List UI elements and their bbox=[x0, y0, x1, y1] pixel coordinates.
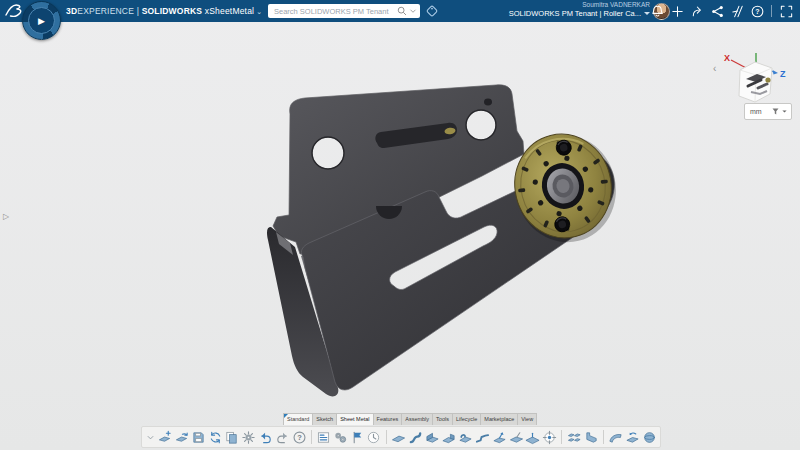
hem-button[interactable] bbox=[458, 428, 474, 446]
actionbar-toolbar: ? bbox=[141, 426, 661, 448]
closed-corner-button[interactable] bbox=[583, 428, 599, 446]
share-icon[interactable] bbox=[689, 3, 705, 19]
tag-button[interactable] bbox=[424, 3, 440, 19]
tab-assembly[interactable]: Assembly bbox=[401, 413, 433, 425]
jog-button[interactable] bbox=[475, 428, 491, 446]
help-icon: ? bbox=[292, 430, 307, 445]
search-input[interactable] bbox=[270, 7, 396, 16]
sync-icon bbox=[208, 430, 223, 445]
help-button[interactable]: ? bbox=[291, 428, 307, 446]
edge-flange-button[interactable] bbox=[424, 428, 440, 446]
flange-up-icon bbox=[425, 430, 440, 445]
undo-icon bbox=[258, 430, 273, 445]
sphere-icon bbox=[642, 430, 657, 445]
filter-icon bbox=[771, 107, 780, 116]
flatten-icon bbox=[525, 430, 540, 445]
corner-icon bbox=[584, 430, 599, 445]
app-chevron-down-icon[interactable]: ⌄ bbox=[256, 8, 262, 15]
tab-view[interactable]: View bbox=[517, 413, 537, 425]
gear-icon bbox=[241, 430, 256, 445]
fold-button[interactable] bbox=[491, 428, 507, 446]
pattern-icon bbox=[567, 430, 582, 445]
tag-icon bbox=[425, 4, 439, 18]
user-block[interactable]: Soumitra VADNERKAR SOLIDWORKS PM Tenant … bbox=[509, 1, 650, 19]
viewcube-collapse-icon[interactable]: ‹ bbox=[713, 64, 716, 74]
search-icon[interactable] bbox=[396, 5, 408, 17]
normal-cut-icon bbox=[542, 430, 557, 445]
gears-icon bbox=[333, 430, 348, 445]
open-content-button[interactable] bbox=[174, 428, 190, 446]
linear-pattern-button[interactable] bbox=[566, 428, 582, 446]
toolbar-separator bbox=[603, 430, 604, 444]
units-dropdown[interactable]: mm bbox=[744, 103, 792, 120]
bookmark-button[interactable] bbox=[349, 428, 365, 446]
notifications-icon[interactable] bbox=[649, 3, 665, 19]
convert-to-sheet-metal-button[interactable] bbox=[625, 428, 641, 446]
search-scope-chevron-icon[interactable] bbox=[408, 6, 418, 16]
convert-icon bbox=[625, 430, 640, 445]
redo-button[interactable] bbox=[274, 428, 290, 446]
tab-standard[interactable]: Standard bbox=[283, 413, 313, 425]
top-bar: 3DEXPERIENCE | SOLIDWORKS xSheetMetal⌄ S… bbox=[0, 0, 800, 22]
compass-play-icon[interactable]: ▶ bbox=[28, 7, 55, 34]
help-icon[interactable]: ? bbox=[749, 3, 765, 19]
part-open-icon bbox=[174, 430, 189, 445]
app-name[interactable]: xSheetMetal bbox=[205, 6, 254, 16]
3ds-logo-icon[interactable] bbox=[4, 2, 22, 19]
brand-3d: 3D bbox=[66, 6, 77, 16]
flag-icon bbox=[350, 430, 365, 445]
unfold-icon bbox=[509, 430, 524, 445]
axis-z-label: Z bbox=[780, 69, 786, 79]
flat-pattern-button[interactable] bbox=[525, 428, 541, 446]
options-button[interactable] bbox=[241, 428, 257, 446]
save-button[interactable] bbox=[191, 428, 207, 446]
recognize-bends-button[interactable] bbox=[641, 428, 657, 446]
tab-marketplace[interactable]: Marketplace bbox=[480, 413, 518, 425]
3d-viewport[interactable] bbox=[0, 0, 800, 450]
tab-features[interactable]: Features bbox=[373, 413, 403, 425]
s-flange-icon bbox=[408, 430, 423, 445]
svg-text:?: ? bbox=[755, 8, 759, 15]
history-button[interactable] bbox=[366, 428, 382, 446]
copy-paste-button[interactable] bbox=[224, 428, 240, 446]
top-actions-divider bbox=[771, 5, 772, 17]
search-bar[interactable] bbox=[268, 4, 420, 18]
normal-cut-button[interactable] bbox=[542, 428, 558, 446]
new-content-button[interactable] bbox=[157, 428, 173, 446]
units-value: mm bbox=[745, 108, 771, 115]
3dexperience-compass[interactable]: ▶ bbox=[22, 1, 61, 40]
add-icon[interactable] bbox=[669, 3, 685, 19]
sketched-bend-button[interactable] bbox=[408, 428, 424, 446]
more-commands-button[interactable] bbox=[145, 428, 156, 446]
design-manager-button[interactable] bbox=[316, 428, 332, 446]
jog-icon bbox=[475, 430, 490, 445]
tab-sheet-metal[interactable]: Sheet Metal bbox=[336, 413, 373, 425]
tenant-selector[interactable]: SOLIDWORKS PM Tenant | Roller Ca... bbox=[509, 9, 641, 18]
redo-icon bbox=[275, 430, 290, 445]
tab-sketch[interactable]: Sketch bbox=[312, 413, 337, 425]
selection-button[interactable] bbox=[333, 428, 349, 446]
unfold-button[interactable] bbox=[508, 428, 524, 446]
part-new-icon bbox=[157, 430, 172, 445]
copy-icon bbox=[224, 430, 239, 445]
base-flange-button[interactable] bbox=[391, 428, 407, 446]
undo-button[interactable] bbox=[258, 428, 274, 446]
community-icon[interactable] bbox=[709, 3, 725, 19]
clock-icon bbox=[366, 430, 381, 445]
svg-text:?: ? bbox=[297, 433, 302, 442]
view-cube[interactable]: X Z bbox=[712, 48, 796, 106]
panel-expander-icon[interactable]: ▷ bbox=[3, 212, 9, 221]
fullscreen-icon[interactable] bbox=[778, 3, 794, 19]
sheet-icon bbox=[391, 430, 406, 445]
swym-icon[interactable] bbox=[729, 3, 745, 19]
miter-flange-button[interactable] bbox=[441, 428, 457, 446]
tab-tools[interactable]: Tools bbox=[432, 413, 453, 425]
save-icon bbox=[191, 430, 206, 445]
model-small-hole[interactable] bbox=[484, 99, 492, 106]
swept-flange-button[interactable] bbox=[608, 428, 624, 446]
update-button[interactable] bbox=[207, 428, 223, 446]
tab-lifecycle[interactable]: Lifecycle bbox=[452, 413, 481, 425]
units-chevron-down-icon bbox=[781, 108, 788, 115]
top-action-icons: ? bbox=[649, 3, 794, 19]
solidworks-3dexperience-window: 3DEXPERIENCE | SOLIDWORKS xSheetMetal⌄ S… bbox=[0, 0, 800, 450]
